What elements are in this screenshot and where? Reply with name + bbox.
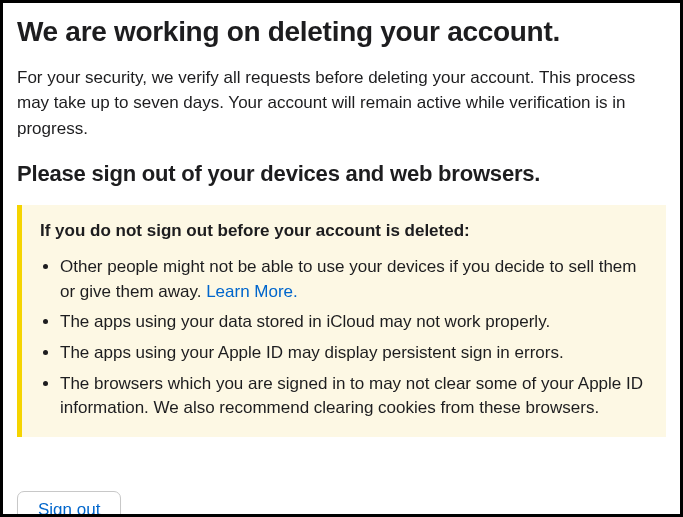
list-item-text: The apps using your Apple ID may display…	[60, 343, 564, 362]
warning-box: If you do not sign out before your accou…	[17, 205, 666, 437]
list-item-text: The apps using your data stored in iClou…	[60, 312, 550, 331]
warning-list: Other people might not be able to use yo…	[40, 255, 648, 421]
list-item: Other people might not be able to use yo…	[60, 255, 648, 304]
list-item: The apps using your data stored in iClou…	[60, 310, 648, 335]
warning-heading: If you do not sign out before your accou…	[40, 221, 648, 241]
list-item: The browsers which you are signed in to …	[60, 372, 648, 421]
page-title: We are working on deleting your account.	[17, 15, 666, 49]
learn-more-link[interactable]: Learn More.	[206, 282, 298, 301]
signout-subtitle: Please sign out of your devices and web …	[17, 161, 666, 187]
list-item-text: The browsers which you are signed in to …	[60, 374, 643, 418]
list-item-text: Other people might not be able to use yo…	[60, 257, 636, 301]
description-text: For your security, we verify all request…	[17, 65, 666, 142]
signout-button[interactable]: Sign out	[17, 491, 121, 517]
list-item: The apps using your Apple ID may display…	[60, 341, 648, 366]
